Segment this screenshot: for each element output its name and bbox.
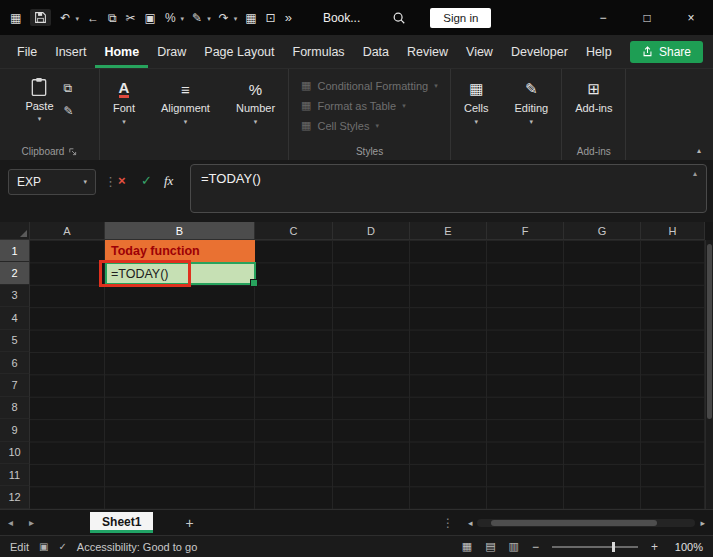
pen-icon[interactable]: ✎ — [192, 11, 202, 25]
cells-group-button[interactable]: ▦ Cells ▾ — [451, 69, 501, 160]
page-break-view-button[interactable]: ▥ — [509, 540, 519, 553]
close-button[interactable]: × — [669, 0, 713, 35]
maximize-button[interactable]: □ — [625, 0, 669, 35]
vertical-scrollbar[interactable] — [705, 240, 713, 509]
zoom-in-button[interactable]: + — [651, 540, 658, 554]
tab-formulas[interactable]: Formulas — [284, 35, 354, 68]
tabbar-menu-icon[interactable]: ⋮ — [442, 516, 454, 530]
cancel-entry-button[interactable]: × — [118, 173, 126, 188]
add-sheet-button[interactable]: + — [185, 515, 193, 531]
tab-file[interactable]: File — [8, 35, 46, 68]
undo-icon[interactable]: ↶ — [60, 11, 70, 25]
row-header-1[interactable]: 1 — [0, 240, 30, 262]
sheet-nav-next-icon[interactable]: ▸ — [29, 517, 34, 528]
normal-view-button[interactable]: ▦ — [462, 540, 472, 553]
tab-developer[interactable]: Developer — [502, 35, 577, 68]
chevron-down-icon[interactable]: ▾ — [181, 15, 185, 23]
page-layout-view-button[interactable]: ▤ — [485, 540, 495, 553]
search-icon[interactable] — [392, 11, 406, 25]
column-header-d[interactable]: D — [333, 222, 410, 240]
image-icon[interactable]: ▣ — [145, 11, 156, 25]
row-header-8[interactable]: 8 — [0, 397, 30, 419]
accessibility-status[interactable]: Accessibility: Good to go — [77, 541, 197, 553]
minimize-button[interactable]: − — [581, 0, 625, 35]
editing-group-button[interactable]: ✎ Editing ▾ — [502, 69, 563, 160]
row-header-4[interactable]: 4 — [0, 307, 30, 329]
column-header-c[interactable]: C — [255, 222, 333, 240]
select-all-button[interactable] — [0, 222, 30, 240]
tab-view[interactable]: View — [457, 35, 502, 68]
tab-data[interactable]: Data — [354, 35, 398, 68]
enter-entry-button[interactable]: ✓ — [141, 173, 152, 188]
tab-draw[interactable]: Draw — [148, 35, 195, 68]
column-header-b[interactable]: B — [105, 222, 255, 240]
sheet-tab-sheet1[interactable]: Sheet1 — [90, 512, 153, 533]
chevron-down-icon[interactable]: ▾ — [207, 15, 211, 23]
column-header-h[interactable]: H — [641, 222, 705, 240]
copy-icon[interactable]: ⧉ — [64, 81, 74, 95]
format-painter-icon[interactable]: ✎ — [64, 104, 74, 118]
zoom-level[interactable]: 100% — [671, 541, 703, 553]
more-commands-icon[interactable]: » — [285, 10, 292, 25]
zoom-out-button[interactable]: − — [532, 540, 539, 554]
tab-home[interactable]: Home — [95, 35, 148, 68]
macro-record-icon[interactable]: ▣ — [39, 541, 48, 552]
column-header-a[interactable]: A — [30, 222, 105, 240]
chevron-down-icon[interactable]: ▾ — [234, 15, 238, 23]
table-icon[interactable]: ▦ — [245, 11, 256, 25]
alignment-group-button[interactable]: ≡ Alignment ▾ — [148, 69, 223, 160]
camera-icon[interactable]: ⊡ — [266, 11, 276, 25]
row-header-6[interactable]: 6 — [0, 352, 30, 374]
collapse-ribbon-icon[interactable]: ▴ — [697, 146, 701, 155]
cell-styles-button[interactable]: ▦ Cell Styles ▾ — [301, 117, 379, 134]
cells-area[interactable]: Today function =TODAY() — [30, 240, 705, 509]
row-header-12[interactable]: 12 — [0, 486, 30, 508]
cell-B2[interactable]: =TODAY() — [105, 262, 256, 285]
percent-icon[interactable]: % — [165, 11, 176, 25]
tab-insert[interactable]: Insert — [46, 35, 95, 68]
redo-icon[interactable]: ↷ — [219, 11, 229, 25]
vertical-scrollbar-thumb[interactable] — [707, 244, 712, 419]
workbook-title[interactable]: Book... — [323, 11, 360, 25]
save-icon[interactable] — [30, 9, 51, 26]
font-group-button[interactable]: A Font ▾ — [100, 69, 148, 160]
format-as-table-button[interactable]: ▦ Format as Table ▾ — [301, 97, 406, 114]
zoom-slider-thumb[interactable] — [612, 542, 615, 552]
name-box[interactable]: EXP ▾ — [8, 169, 96, 195]
paste-button[interactable]: Paste ▾ — [25, 77, 53, 123]
row-header-3[interactable]: 3 — [0, 285, 30, 307]
scroll-right-icon[interactable]: ▸ — [700, 518, 705, 528]
horizontal-scrollbar-track[interactable] — [477, 519, 695, 527]
row-header-9[interactable]: 9 — [0, 419, 30, 441]
share-button[interactable]: Share — [630, 41, 703, 63]
row-header-7[interactable]: 7 — [0, 374, 30, 396]
horizontal-scrollbar[interactable]: ◂ ▸ — [468, 518, 705, 528]
sheet-nav-prev-icon[interactable]: ◂ — [8, 517, 13, 528]
collapse-formula-bar-icon[interactable]: ▴ — [693, 169, 697, 178]
dialog-launcher-icon[interactable] — [68, 147, 77, 156]
zoom-slider[interactable] — [552, 546, 638, 548]
row-header-2[interactable]: 2 — [0, 262, 30, 284]
insert-function-button[interactable]: fx — [164, 173, 173, 189]
row-header-11[interactable]: 11 — [0, 464, 30, 486]
cut-icon[interactable]: ✂ — [126, 11, 136, 25]
formula-input[interactable]: =TODAY() ▴ — [190, 164, 707, 213]
back-arrow-icon[interactable]: ← — [87, 11, 99, 25]
number-group-button[interactable]: % Number ▾ — [223, 69, 289, 160]
conditional-formatting-button[interactable]: ▦ Conditional Formatting ▾ — [301, 77, 438, 94]
horizontal-scrollbar-thumb[interactable] — [491, 520, 657, 526]
tab-review[interactable]: Review — [398, 35, 457, 68]
chevron-down-icon[interactable]: ▾ — [75, 15, 79, 23]
menu-grid-icon[interactable]: ▦ — [10, 11, 21, 25]
scroll-left-icon[interactable]: ◂ — [468, 518, 473, 528]
cell-B1[interactable]: Today function — [105, 240, 255, 262]
copy-icon[interactable]: ⧉ — [108, 11, 117, 25]
column-header-g[interactable]: G — [564, 222, 641, 240]
row-header-5[interactable]: 5 — [0, 330, 30, 352]
row-header-10[interactable]: 10 — [0, 442, 30, 464]
tab-page-layout[interactable]: Page Layout — [195, 35, 283, 68]
column-header-e[interactable]: E — [410, 222, 487, 240]
tab-help[interactable]: Help — [577, 35, 621, 68]
column-header-f[interactable]: F — [487, 222, 564, 240]
addins-button[interactable]: ⊞ Add-ins — [562, 69, 625, 114]
